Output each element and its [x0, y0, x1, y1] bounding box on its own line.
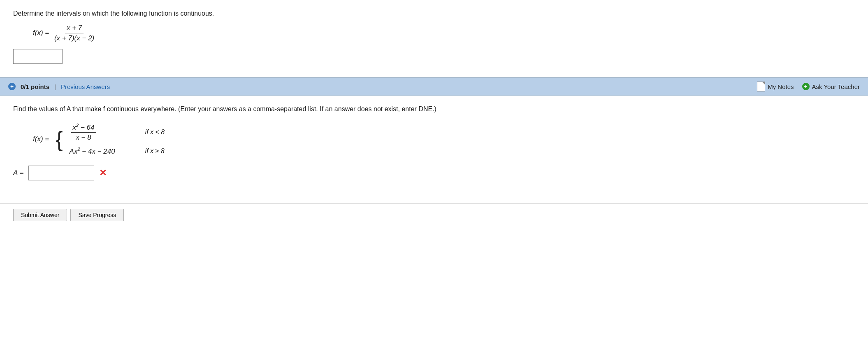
piecewise-row-2: Ax2 − 4x − 240 if x ≥ 8 — [70, 147, 165, 156]
ask-teacher-label: Ask Your Teacher — [812, 83, 860, 90]
previous-answers-link[interactable]: Previous Answers — [61, 83, 110, 90]
piecewise-brace: { — [56, 129, 63, 150]
a-label: A = — [13, 169, 23, 177]
case2-condition: if x ≥ 8 — [145, 147, 165, 155]
header-right: My Notes + Ask Your Teacher — [757, 82, 860, 91]
case1-condition: if x < 8 — [145, 129, 165, 136]
question-1-prompt: Determine the intervals on which the fol… — [13, 10, 855, 17]
answer-row: A = ✕ — [13, 166, 855, 180]
my-notes-button[interactable]: My Notes — [757, 82, 794, 91]
question-2-prompt: Find the values of A that make f continu… — [13, 104, 855, 115]
separator: | — [54, 83, 56, 90]
ask-teacher-button[interactable]: + Ask Your Teacher — [802, 83, 860, 90]
function-label-2: f(x) = — [33, 135, 49, 143]
piecewise-cases: x2 − 64 x − 8 if x < 8 Ax2 − 4x − 240 if… — [70, 123, 165, 156]
ask-teacher-plus-icon: + — [802, 83, 810, 90]
answer-input-2[interactable] — [28, 166, 94, 180]
fraction-2: x2 − 64 x − 8 — [71, 123, 96, 142]
case2-expr: Ax2 − 4x − 240 — [70, 147, 135, 156]
my-notes-label: My Notes — [768, 83, 794, 90]
case1-denominator: x − 8 — [74, 133, 93, 142]
points-label: 0/1 points — [21, 83, 49, 90]
fraction-1: x + 7 (x + 7)(x − 2) — [53, 24, 96, 42]
submit-answer-button[interactable]: Submit Answer — [13, 209, 67, 221]
incorrect-mark: ✕ — [99, 168, 107, 178]
answer-input-1[interactable] — [13, 49, 63, 64]
question-1-math: f(x) = x + 7 (x + 7)(x − 2) — [33, 24, 855, 42]
case1-numerator: x2 − 64 — [71, 123, 96, 133]
points-plus-icon[interactable]: + — [8, 83, 16, 90]
save-progress-button[interactable]: Save Progress — [70, 209, 124, 221]
question-2-block: Find the values of A that make f continu… — [0, 96, 868, 194]
header-left: + 0/1 points | Previous Answers — [8, 83, 110, 90]
section-header: + 0/1 points | Previous Answers My Notes… — [0, 77, 868, 96]
piecewise-function: f(x) = { x2 − 64 x − 8 if x < 8 Ax2 − 4x… — [33, 123, 855, 156]
case1-expr: x2 − 64 x − 8 — [70, 123, 135, 142]
note-icon — [757, 82, 765, 91]
footer-buttons: Submit Answer Save Progress — [0, 203, 868, 226]
piecewise-row-1: x2 − 64 x − 8 if x < 8 — [70, 123, 165, 142]
denominator-1: (x + 7)(x − 2) — [53, 33, 96, 42]
question-1-block: Determine the intervals on which the fol… — [0, 0, 868, 77]
numerator-1: x + 7 — [65, 24, 84, 33]
function-label-1: f(x) = — [33, 29, 51, 37]
